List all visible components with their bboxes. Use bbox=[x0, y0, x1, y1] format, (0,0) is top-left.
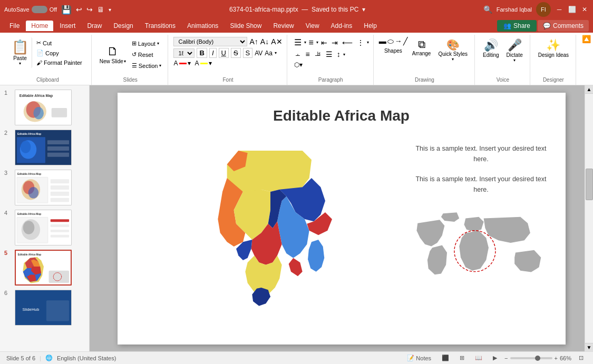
shadow-button[interactable]: S bbox=[243, 48, 253, 58]
italic-button[interactable]: I bbox=[209, 48, 217, 58]
reading-view-btn[interactable]: 📖 bbox=[472, 354, 485, 362]
slide-img-5[interactable]: Editable Africa Map bbox=[15, 250, 72, 286]
scroll-down-btn[interactable]: ▼ bbox=[585, 343, 593, 351]
user-avatar[interactable]: FI bbox=[536, 2, 551, 17]
slide-sorter-btn[interactable]: ⊞ bbox=[456, 354, 468, 362]
layout-button[interactable]: ⊞ Layout ▾ bbox=[130, 39, 164, 48]
search-icon[interactable]: 🔍 bbox=[483, 5, 492, 14]
indent-increase-btn[interactable]: ⇥ bbox=[330, 38, 339, 47]
presentation-icon[interactable]: 🖥 bbox=[97, 5, 104, 14]
undo-icon[interactable]: ↩ bbox=[76, 5, 82, 14]
line-spacing-dropdown[interactable]: ▾ bbox=[343, 52, 345, 57]
slide-img-2[interactable]: Editable Africa Map bbox=[15, 130, 72, 165]
line-spacing-btn[interactable]: ↕ bbox=[335, 50, 342, 59]
align-center-btn[interactable]: ≡ bbox=[304, 50, 312, 59]
copy-button[interactable]: 📄 Copy bbox=[34, 48, 84, 57]
dictate-button[interactable]: 🎤 Dictate ▾ bbox=[504, 37, 526, 64]
paste-button[interactable]: 📋 Paste ▾ bbox=[9, 37, 32, 68]
menu-view[interactable]: View bbox=[300, 21, 325, 31]
save-icon[interactable]: 💾 bbox=[61, 5, 72, 15]
reset-button[interactable]: ↺ Reset bbox=[130, 50, 164, 59]
new-slide-button[interactable]: 🗋 New Slide ▾ bbox=[97, 43, 129, 66]
slide-img-3[interactable]: Editable Africa Map bbox=[15, 170, 72, 205]
section-button[interactable]: ☰ Section ▾ bbox=[130, 61, 164, 70]
numbering-dropdown[interactable]: ▾ bbox=[316, 40, 318, 45]
minimize-btn[interactable]: ─ bbox=[555, 5, 563, 14]
decrease-font-icon[interactable]: A↓ bbox=[260, 37, 269, 46]
clear-format-icon[interactable]: A✕ bbox=[271, 37, 282, 46]
shape-oval[interactable]: ⬭ bbox=[387, 37, 394, 46]
slide-img-4[interactable]: Editable Africa Map bbox=[15, 210, 72, 245]
menu-insert[interactable]: Insert bbox=[54, 21, 81, 31]
paste-dropdown[interactable]: ▾ bbox=[19, 61, 21, 66]
slide-thumb-6[interactable]: 6 SlideHub bbox=[4, 290, 85, 326]
shape-line[interactable]: ╱ bbox=[403, 37, 407, 46]
menu-draw[interactable]: Draw bbox=[82, 21, 107, 31]
increase-font-icon[interactable]: A↑ bbox=[249, 37, 258, 46]
underline-button[interactable]: U bbox=[219, 48, 229, 58]
text-direction-btn[interactable]: ⟵ bbox=[341, 38, 354, 47]
menu-file[interactable]: File bbox=[4, 21, 25, 31]
slide-thumb-3[interactable]: 3 Editable Africa Map bbox=[4, 170, 85, 205]
restore-btn[interactable]: ⬜ bbox=[568, 5, 576, 14]
editing-button[interactable]: 🔊 Editing bbox=[480, 37, 502, 64]
font-name-select[interactable]: Calibri (Body) bbox=[173, 37, 247, 46]
slide-thumb-2[interactable]: 2 Editable Africa Map bbox=[4, 130, 85, 165]
indent-decrease-btn[interactable]: ⇤ bbox=[319, 38, 329, 47]
bullets-btn[interactable]: ☰ bbox=[293, 37, 303, 48]
close-btn[interactable]: ✕ bbox=[580, 5, 589, 14]
menu-slideshow[interactable]: Slide Show bbox=[225, 21, 267, 31]
menu-help[interactable]: Help bbox=[358, 21, 382, 31]
menu-home[interactable]: Home bbox=[26, 21, 53, 31]
normal-view-btn[interactable]: ⬛ bbox=[439, 354, 452, 362]
shape-arrow[interactable]: → bbox=[395, 37, 402, 46]
fit-slide-btn[interactable]: ⊡ bbox=[576, 354, 587, 362]
slide-img-1[interactable]: Editable Africa Map bbox=[15, 90, 72, 125]
menu-transitions[interactable]: Transitions bbox=[140, 21, 181, 31]
autosave-control[interactable]: AutoSave Off bbox=[4, 6, 57, 13]
cut-button[interactable]: ✂ Cut bbox=[34, 38, 84, 47]
scroll-thumb[interactable] bbox=[586, 169, 593, 200]
menu-animations[interactable]: Animations bbox=[182, 21, 223, 31]
para-dropdown[interactable]: ▾ bbox=[367, 40, 369, 45]
design-ideas-button[interactable]: ✨ Design Ideas bbox=[536, 37, 571, 60]
africa-map-container[interactable] bbox=[133, 133, 407, 333]
ribbon-collapse-btn[interactable]: 🔼 bbox=[582, 35, 591, 43]
font-dropdown[interactable]: ▾ bbox=[275, 51, 277, 55]
numbering-btn[interactable]: ≡ bbox=[307, 37, 315, 48]
menu-design[interactable]: Design bbox=[108, 21, 138, 31]
quick-styles-button[interactable]: 🎨 Quick Styles ▾ bbox=[435, 37, 470, 63]
slide-thumb-4[interactable]: 4 Editable Africa Map bbox=[4, 210, 85, 245]
convert-to-smartart-btn[interactable]: ⬡▾ bbox=[293, 61, 304, 69]
bullets-dropdown[interactable]: ▾ bbox=[304, 40, 306, 45]
slide-img-6[interactable]: SlideHub bbox=[15, 290, 72, 326]
format-painter-button[interactable]: 🖌 Format Painter bbox=[34, 58, 84, 67]
notes-button[interactable]: 📝 Notes bbox=[404, 354, 434, 362]
zoom-out-btn[interactable]: − bbox=[504, 355, 508, 361]
slide-show-btn[interactable]: ▶ bbox=[490, 354, 500, 362]
redo-icon[interactable]: ↪ bbox=[86, 5, 93, 14]
strikethrough-button[interactable]: S bbox=[231, 48, 241, 58]
justify-btn[interactable]: ☰ bbox=[324, 50, 334, 59]
new-slide-dropdown[interactable]: ▾ bbox=[124, 59, 126, 64]
zoom-slider[interactable] bbox=[510, 357, 552, 359]
zoom-in-btn[interactable]: + bbox=[555, 355, 558, 361]
share-button[interactable]: 👥 Share bbox=[497, 20, 537, 32]
align-right-btn[interactable]: ⫡ bbox=[313, 50, 323, 59]
change-case-icon[interactable]: Aa bbox=[265, 50, 273, 57]
bold-button[interactable]: B bbox=[197, 48, 207, 58]
highlight-color-btn[interactable]: A ▾ bbox=[195, 60, 212, 67]
scroll-up-btn[interactable]: ▲ bbox=[585, 85, 593, 94]
shape-rect[interactable]: ▬ bbox=[379, 37, 386, 46]
font-color-btn[interactable]: A ▾ bbox=[173, 60, 190, 67]
menu-review[interactable]: Review bbox=[268, 21, 299, 31]
vertical-scrollbar[interactable]: ▲ ▼ bbox=[585, 85, 593, 351]
columns-btn[interactable]: ⋮ bbox=[355, 38, 366, 47]
align-left-btn[interactable]: ⫠ bbox=[293, 50, 303, 59]
slide-thumb-1[interactable]: 1 Editable Africa Map bbox=[4, 90, 85, 125]
menu-addins[interactable]: Add-ins bbox=[326, 21, 358, 31]
comments-button[interactable]: 💬 Comments bbox=[538, 20, 589, 32]
autosave-toggle[interactable] bbox=[32, 6, 47, 13]
slide-thumb-5[interactable]: 5 Editable Africa Map bbox=[4, 250, 85, 286]
spacing-icon[interactable]: AV bbox=[255, 50, 263, 57]
